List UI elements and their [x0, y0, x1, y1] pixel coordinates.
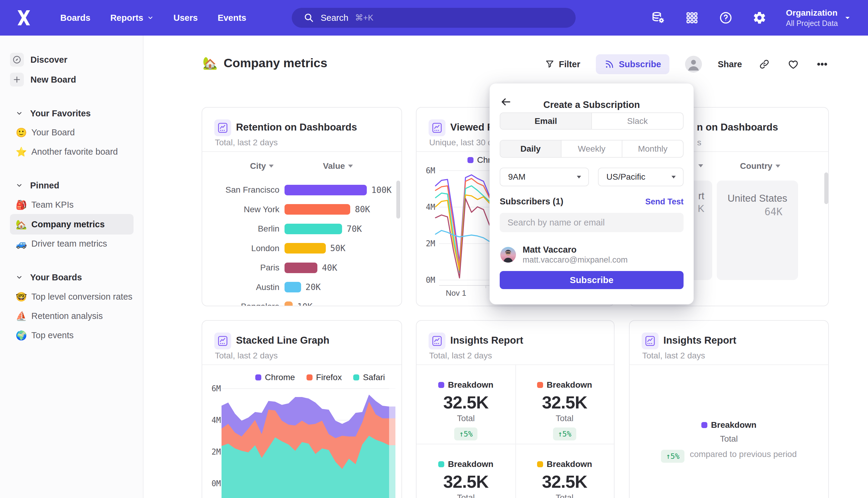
card-subtitle: Total, last 2 days: [642, 351, 705, 361]
metric-cell[interactable]: Breakdown32.5KTotal↑5%: [516, 444, 614, 498]
column-header-value[interactable]: Value: [314, 161, 362, 171]
compass-icon: [10, 53, 24, 67]
sidebar-item-top-level-conversion-rates[interactable]: 🤓 Top level conversion rates: [0, 288, 144, 305]
table-row[interactable]: New York80K: [202, 200, 401, 220]
data-management-icon[interactable]: [651, 11, 666, 25]
house-emoji-icon: 🏡: [16, 219, 28, 230]
sidebar-item-label: New Board: [30, 75, 76, 85]
value-label: 80K: [355, 205, 370, 214]
cell-country-name: United States: [717, 193, 798, 204]
sidebar-item-top-events[interactable]: 🌍 Top events: [0, 327, 144, 344]
tab-weekly[interactable]: Weekly: [561, 141, 622, 157]
metric-cell[interactable]: Breakdown32.5KTotal↑5%: [516, 365, 614, 444]
table-row[interactable]: Berlin70K: [202, 219, 401, 239]
sidebar-item-new-board[interactable]: New Board: [0, 71, 144, 88]
tab-email[interactable]: Email: [500, 113, 591, 129]
nav-item-events[interactable]: Events: [218, 13, 246, 23]
settings-icon[interactable]: [752, 11, 767, 25]
breakdown-cell-united-states[interactable]: United States 64K: [717, 181, 798, 280]
chevron-down-icon: [671, 176, 676, 179]
sidebar-item-discover[interactable]: Discover: [0, 51, 144, 68]
copy-link-icon[interactable]: [758, 57, 771, 71]
user-avatar[interactable]: [685, 56, 702, 73]
legend-swatch: [701, 422, 707, 428]
vertical-scrollbar[interactable]: [396, 181, 400, 219]
sidebar-item-label: Retention analysis: [31, 311, 103, 321]
chevron-down-icon: [16, 274, 23, 281]
comparison-note: compared to previous period: [690, 449, 797, 459]
sidebar-item-team-kpis[interactable]: 🎒 Team KPIs: [0, 196, 144, 213]
sidebar-item-company-metrics[interactable]: 🏡 Company metrics: [0, 216, 144, 233]
sidebar-section-your-favorites[interactable]: Your Favorites: [0, 105, 144, 121]
table-row[interactable]: Paris40K: [202, 258, 401, 278]
column-header-country[interactable]: Country: [736, 161, 784, 171]
org-project: All Project Data: [786, 18, 838, 28]
time-select[interactable]: 9AM: [500, 168, 589, 186]
share-button[interactable]: Share: [718, 60, 742, 69]
mixpanel-logo-icon[interactable]: [17, 10, 31, 26]
subscriber-search-input[interactable]: [500, 213, 683, 232]
value-label: 100K: [371, 185, 391, 195]
sort-caret-icon: [269, 165, 273, 168]
sidebar-item-your-board[interactable]: 🙂 Your Board: [0, 124, 144, 141]
delta-badge: ↑5%: [454, 428, 477, 441]
tab-slack[interactable]: Slack: [591, 113, 683, 129]
metric-value: 32.5K: [443, 392, 489, 412]
value-label: 40K: [322, 263, 337, 273]
sidebar-item-label: Team KPIs: [31, 200, 74, 210]
sidebar-item-retention-analysis[interactable]: ⛵ Retention analysis: [0, 307, 144, 324]
favorite-heart-icon[interactable]: [787, 57, 800, 71]
org-switcher[interactable]: Organization All Project Data: [786, 8, 851, 28]
card-subtitle-fragment: s: [697, 138, 701, 147]
nav-item-reports[interactable]: Reports: [110, 13, 154, 23]
metric-cell[interactable]: Breakdown32.5KTotal↑5%: [416, 365, 516, 444]
send-test-link[interactable]: Send Test: [645, 197, 683, 207]
metric-cell[interactable]: Breakdown32.5KTotal↑5%: [416, 444, 516, 498]
car-emoji-icon: 🚙: [16, 238, 28, 249]
metric-unit: Total: [457, 493, 475, 498]
metrics-grid: Breakdown32.5KTotal↑5%Breakdown32.5KTota…: [416, 365, 614, 498]
tab-daily[interactable]: Daily: [500, 141, 561, 157]
org-name: Organization: [786, 8, 838, 18]
nav-item-boards[interactable]: Boards: [60, 13, 90, 23]
vertical-scrollbar[interactable]: [824, 172, 828, 204]
chevron-down-icon: [577, 176, 581, 179]
value-bar: [284, 263, 317, 273]
table-row[interactable]: Bangalore10K: [202, 297, 401, 306]
report-chart-icon: [214, 119, 231, 136]
subscribe-button[interactable]: Subscribe: [596, 54, 669, 74]
sidebar-item-label: Your Board: [31, 128, 75, 137]
sidebar-section-pinned[interactable]: Pinned: [0, 178, 144, 193]
funnel-icon: [545, 60, 555, 69]
sort-caret-icon: [348, 165, 353, 168]
table-row[interactable]: San Francisco100K: [202, 180, 401, 200]
stacked-area-chart[interactable]: [202, 321, 402, 498]
tab-monthly[interactable]: Monthly: [622, 141, 683, 157]
sort-caret-icon[interactable]: [698, 164, 703, 167]
column-header-city[interactable]: City: [238, 161, 286, 171]
nav-item-users[interactable]: Users: [174, 13, 198, 23]
cell-country-value: 64K: [717, 206, 798, 218]
filter-button[interactable]: Filter: [545, 60, 580, 69]
table-row[interactable]: Austin20K: [202, 278, 401, 297]
timezone-select[interactable]: US/Pacific: [598, 168, 683, 186]
metric-label: Breakdown: [537, 459, 592, 469]
more-options-icon[interactable]: [816, 57, 829, 71]
chevron-down-icon: [16, 182, 23, 189]
sailboat-emoji-icon: ⛵: [16, 311, 28, 322]
sidebar-item-another-favorite-board[interactable]: ⭐ Another favorite board: [0, 143, 144, 160]
card-insights-report-single: Insights Report Total, last 2 days Break…: [629, 320, 829, 498]
rss-icon: [604, 59, 615, 69]
modal-subscribe-button[interactable]: Subscribe: [500, 271, 683, 289]
line-series-series-2: [436, 179, 490, 267]
help-icon[interactable]: [719, 11, 733, 25]
city-label: New York: [202, 205, 279, 214]
table-row[interactable]: London50K: [202, 239, 401, 258]
subscriber-row[interactable]: Matt Vaccaro matt.vaccaro@mixpanel.com: [500, 244, 628, 265]
global-search-input[interactable]: Search ⌘+K: [292, 8, 576, 28]
sidebar-section-your-boards[interactable]: Your Boards: [0, 270, 144, 285]
legend-swatch: [537, 461, 543, 467]
apps-grid-icon[interactable]: [685, 11, 699, 25]
sidebar-item-driver-team-metrics[interactable]: 🚙 Driver team metrics: [0, 235, 144, 252]
value-bar: [284, 301, 293, 306]
